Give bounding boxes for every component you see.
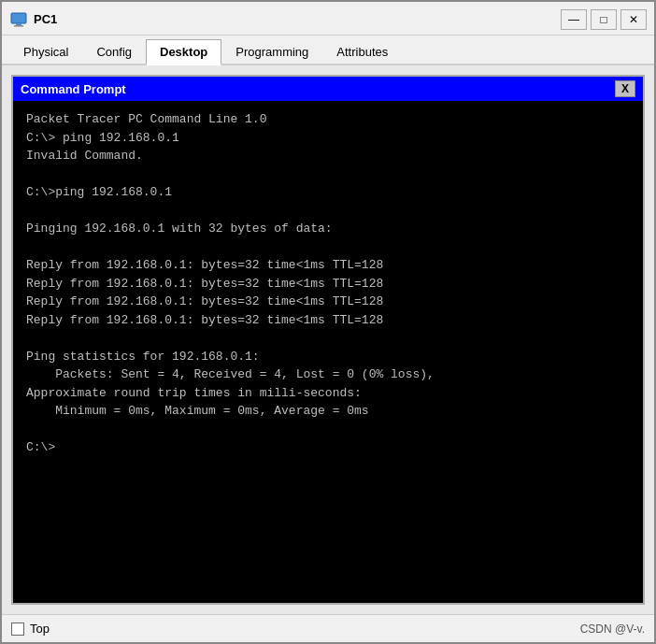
cmd-close-button[interactable]: X xyxy=(615,80,635,97)
window-title: PC1 xyxy=(34,12,561,26)
cmd-title-label: Command Prompt xyxy=(21,82,126,96)
tab-config[interactable]: Config xyxy=(82,39,146,64)
main-content: Command Prompt X Packet Tracer PC Comman… xyxy=(2,65,654,614)
tab-desktop[interactable]: Desktop xyxy=(146,39,221,65)
footer-left: Top xyxy=(11,622,50,636)
app-icon xyxy=(9,10,28,29)
cmd-output[interactable]: Packet Tracer PC Command Line 1.0 C:\> p… xyxy=(13,101,643,603)
command-prompt-window: Command Prompt X Packet Tracer PC Comman… xyxy=(11,75,645,605)
svg-rect-0 xyxy=(11,13,26,23)
tab-attributes[interactable]: Attributes xyxy=(322,39,402,64)
top-checkbox[interactable] xyxy=(11,623,24,636)
minimize-button[interactable]: — xyxy=(561,9,587,30)
watermark: CSDN @V-v. xyxy=(580,623,645,636)
svg-rect-1 xyxy=(16,23,21,25)
tab-programming[interactable]: Programming xyxy=(221,39,322,64)
maximize-button[interactable]: □ xyxy=(591,9,617,30)
window-controls: — □ ✕ xyxy=(561,9,647,30)
close-window-button[interactable]: ✕ xyxy=(620,9,647,30)
title-bar: PC1 — □ ✕ xyxy=(2,2,654,36)
tab-physical[interactable]: Physical xyxy=(9,39,82,64)
tab-bar: Physical Config Desktop Programming Attr… xyxy=(2,36,654,65)
svg-rect-2 xyxy=(14,25,23,27)
top-label: Top xyxy=(30,622,50,636)
footer: Top CSDN @V-v. xyxy=(2,614,654,642)
cmd-title-bar: Command Prompt X xyxy=(13,77,643,101)
